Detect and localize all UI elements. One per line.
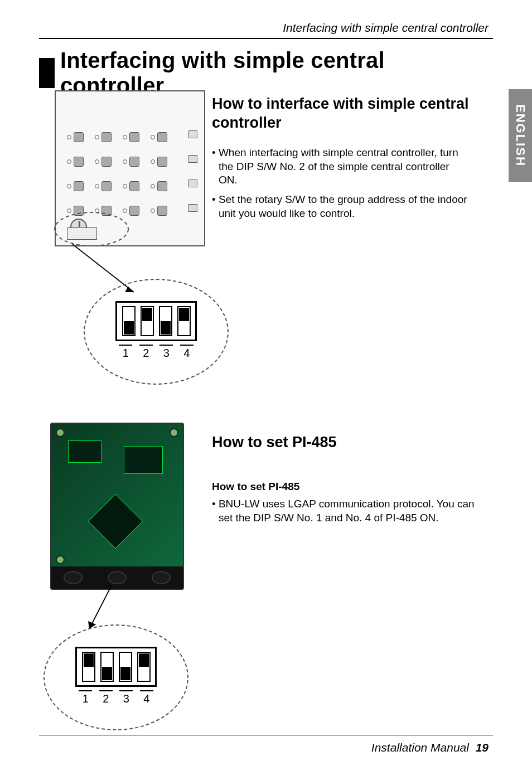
section1-bullet-text: When interfacing with simple central con… bbox=[219, 147, 458, 186]
dip-callout-2: 1 2 3 4 bbox=[43, 624, 188, 730]
footer: Installation Manual 19 bbox=[371, 741, 489, 754]
dip-sw-3 bbox=[159, 306, 172, 336]
rule-bottom bbox=[39, 735, 493, 736]
section1-bullet: • Set the rotary S/W to the group addres… bbox=[212, 193, 471, 220]
dip-label: 4 bbox=[180, 345, 194, 360]
dip-sw-4 bbox=[177, 306, 191, 336]
dip-label: 1 bbox=[119, 345, 132, 360]
rule-top bbox=[39, 38, 493, 39]
section2-bullet-text: BNU-LW uses LGAP communication protocol.… bbox=[219, 498, 475, 524]
title-ornament bbox=[39, 58, 55, 88]
section1-bullet: • When interfacing with simple central c… bbox=[212, 146, 471, 187]
dip-switch-diagram-1 bbox=[115, 301, 197, 341]
dip-label: 1 bbox=[79, 690, 92, 705]
section2-body: • BNU-LW uses LGAP communication protoco… bbox=[212, 497, 482, 525]
central-controller-illustration bbox=[55, 90, 205, 246]
section2-bullet: • BNU-LW uses LGAP communication protoco… bbox=[212, 497, 482, 525]
section1-heading: How to interface with simple central con… bbox=[212, 95, 471, 133]
dip-sw-4 bbox=[137, 652, 151, 682]
dip-label: 4 bbox=[140, 690, 153, 705]
dip-sw-1 bbox=[122, 306, 136, 336]
pi485-board-illustration bbox=[50, 423, 184, 590]
section2-heading: How to set PI-485 bbox=[212, 434, 337, 451]
dip-callout-1: 1 2 3 4 bbox=[84, 279, 229, 385]
dip-sw-2 bbox=[141, 306, 154, 336]
dip-label: 2 bbox=[99, 690, 113, 705]
footer-text: Installation Manual bbox=[371, 741, 469, 754]
section1-body: • When interfacing with simple central c… bbox=[212, 146, 471, 226]
svg-line-3 bbox=[89, 585, 112, 629]
svg-point-0 bbox=[55, 212, 128, 246]
language-tab-label: ENGLISH bbox=[513, 104, 528, 167]
dip-sw-1 bbox=[82, 652, 95, 682]
dip-label: 3 bbox=[119, 690, 133, 705]
footer-page: 19 bbox=[476, 741, 489, 754]
section2-subheading: How to set PI-485 bbox=[212, 481, 299, 493]
callout-highlight-1 bbox=[52, 210, 142, 249]
dip-label: 3 bbox=[159, 345, 173, 360]
dip-sw-3 bbox=[119, 652, 132, 682]
dip-switch-diagram-2 bbox=[75, 647, 157, 687]
section1-bullet-text: Set the rotary S/W to the group address … bbox=[219, 193, 467, 219]
running-head: Interfacing with simple central controll… bbox=[283, 21, 489, 35]
dip-label: 2 bbox=[139, 345, 153, 360]
dip-sw-2 bbox=[100, 652, 114, 682]
language-tab: ENGLISH bbox=[509, 89, 532, 182]
